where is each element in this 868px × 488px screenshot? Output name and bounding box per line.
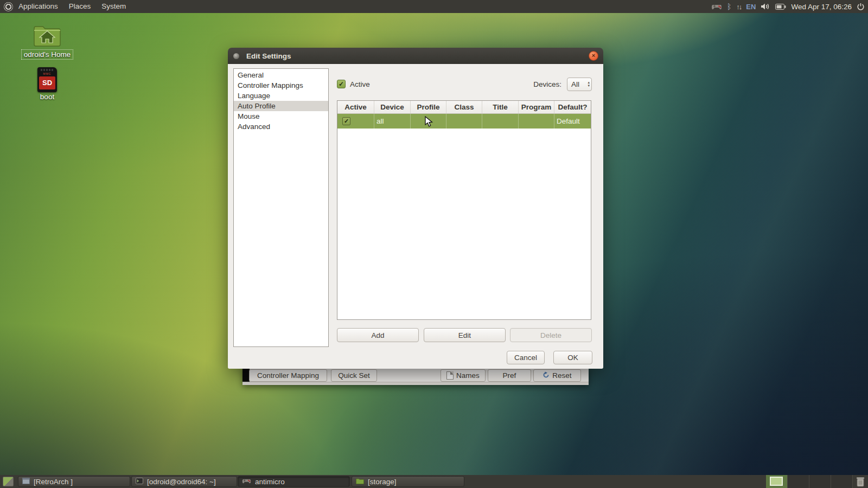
quick-set-label: Quick Set (338, 371, 370, 380)
category-advanced[interactable]: Advanced (234, 121, 328, 132)
task-label: [odroid@odroid64: ~] (147, 478, 216, 486)
category-language[interactable]: Language (234, 91, 328, 101)
names-label: Names (456, 371, 480, 380)
workspace-4[interactable] (831, 475, 853, 488)
workspace-switcher (766, 475, 853, 488)
taskbar: [RetroArch ] [odroid@odroid64: ~] antimi… (0, 475, 868, 488)
dialog-body: General Controller Mappings Language Aut… (228, 64, 603, 369)
reset-label: Reset (552, 371, 571, 380)
volume-icon[interactable] (761, 3, 770, 10)
window-icon (233, 53, 239, 59)
spinner-arrows[interactable]: ▴ ▾ (588, 81, 590, 87)
terminal-icon (136, 478, 143, 486)
workspace-3[interactable] (809, 475, 831, 488)
task-label: [RetroArch ] (34, 478, 73, 486)
col-class[interactable]: Class (446, 101, 482, 113)
menu-system[interactable]: System (96, 0, 131, 13)
reset-button[interactable]: Reset (533, 369, 581, 382)
controller-mapping-button[interactable]: Controller Mapping (249, 369, 327, 382)
col-default[interactable]: Default? (554, 101, 591, 113)
col-active[interactable]: Active (337, 101, 374, 113)
active-checkbox[interactable]: ✓ (337, 80, 346, 88)
dialog-title: Edit Settings (246, 52, 291, 60)
workspace-1[interactable] (766, 475, 788, 488)
task-label: [storage] (368, 478, 397, 486)
gamepad-icon (242, 478, 251, 486)
cell-title (482, 114, 519, 129)
ok-button[interactable]: OK (553, 351, 592, 364)
quick-set-button[interactable]: Quick Set (331, 369, 377, 382)
show-desktop-button[interactable] (3, 477, 14, 486)
delete-button[interactable]: Delete (510, 328, 592, 342)
keyboard-layout-indicator[interactable]: EN (746, 3, 756, 11)
table-row[interactable]: ✓ all Default (337, 114, 591, 129)
desktop-icon-label: odroid's Home (21, 49, 74, 60)
edit-button[interactable]: Edit (424, 328, 506, 342)
workspace-window-preview (770, 477, 783, 486)
col-title[interactable]: Title (482, 101, 519, 113)
sd-text: SD (37, 79, 57, 87)
desktop-icon-home[interactable]: odroid's Home (17, 24, 77, 60)
window-task-icon (22, 478, 30, 486)
category-controller-mappings[interactable]: Controller Mappings (234, 80, 328, 91)
spinner-down-icon[interactable]: ▾ (588, 84, 590, 87)
task-storage[interactable]: [storage] (352, 476, 464, 487)
cell-device: all (374, 114, 411, 129)
document-icon (446, 371, 454, 380)
devices-spinner[interactable]: All ▴ ▾ (567, 78, 592, 91)
active-checkbox-label: Active (350, 80, 370, 88)
home-folder-icon (33, 41, 61, 49)
table-header: Active Device Profile Class Title Progra… (337, 101, 591, 114)
bluetooth-icon[interactable]: ᛒ (727, 3, 731, 10)
cell-program (519, 114, 554, 129)
cell-default: Default (554, 114, 591, 129)
col-program[interactable]: Program (519, 101, 554, 113)
reset-icon (542, 371, 550, 380)
category-general[interactable]: General (234, 70, 328, 80)
active-devices-row: ✓ Active Devices: All ▴ ▾ (337, 77, 592, 91)
task-label: antimicro (255, 478, 285, 486)
devices-value: All (571, 80, 588, 88)
close-button[interactable]: × (589, 51, 598, 61)
sd-mmc-text: MMC (37, 72, 57, 75)
row-checkbox[interactable]: ✓ (342, 117, 350, 125)
task-terminal[interactable]: [odroid@odroid64: ~] (131, 476, 237, 487)
system-tray: ᛒ ↑↓ EN Wed Apr 17, 06:26 (711, 3, 868, 11)
devices-label: Devices: (533, 80, 561, 88)
battery-icon[interactable] (775, 4, 786, 10)
desktop: Applications Places System ᛒ ↑↓ EN Wed A… (0, 0, 868, 488)
menu-applications[interactable]: Applications (13, 0, 63, 13)
category-auto-profile[interactable]: Auto Profile (234, 101, 328, 111)
menu-places[interactable]: Places (63, 0, 97, 13)
col-profile[interactable]: Profile (411, 101, 446, 113)
settings-category-list: General Controller Mappings Language Aut… (233, 68, 329, 347)
names-button[interactable]: Names (441, 369, 486, 382)
trash-icon[interactable] (856, 476, 865, 488)
devices-group: Devices: All ▴ ▾ (533, 78, 592, 91)
folder-icon (356, 478, 364, 486)
task-retroarch[interactable]: [RetroArch ] (18, 476, 130, 487)
pref-label: Pref (503, 371, 516, 380)
add-button[interactable]: Add (337, 328, 419, 342)
antimicro-statusbar (242, 382, 589, 385)
cell-class (446, 114, 482, 129)
workspace-2[interactable] (788, 475, 809, 488)
power-icon[interactable] (857, 3, 865, 11)
desktop-icon-boot[interactable]: MMC SD boot (17, 67, 77, 101)
mate-menu-icon[interactable] (4, 2, 13, 11)
col-device[interactable]: Device (374, 101, 411, 113)
cell-active: ✓ (337, 114, 374, 129)
auto-profile-table: Active Device Profile Class Title Progra… (337, 100, 591, 320)
controller-mapping-label: Controller Mapping (257, 371, 319, 380)
sd-contacts (41, 69, 54, 71)
pref-button[interactable]: Pref (488, 369, 531, 382)
dialog-titlebar[interactable]: Edit Settings × (228, 48, 603, 64)
network-arrows-icon[interactable]: ↑↓ (736, 3, 741, 11)
category-mouse[interactable]: Mouse (234, 111, 328, 121)
cancel-button[interactable]: Cancel (507, 351, 545, 364)
clock[interactable]: Wed Apr 17, 06:26 (791, 3, 852, 11)
task-antimicro[interactable]: antimicro (238, 476, 350, 487)
sd-card-icon: MMC SD (37, 67, 57, 92)
cell-profile (411, 114, 446, 129)
gamepad-tray-icon[interactable] (711, 3, 722, 10)
